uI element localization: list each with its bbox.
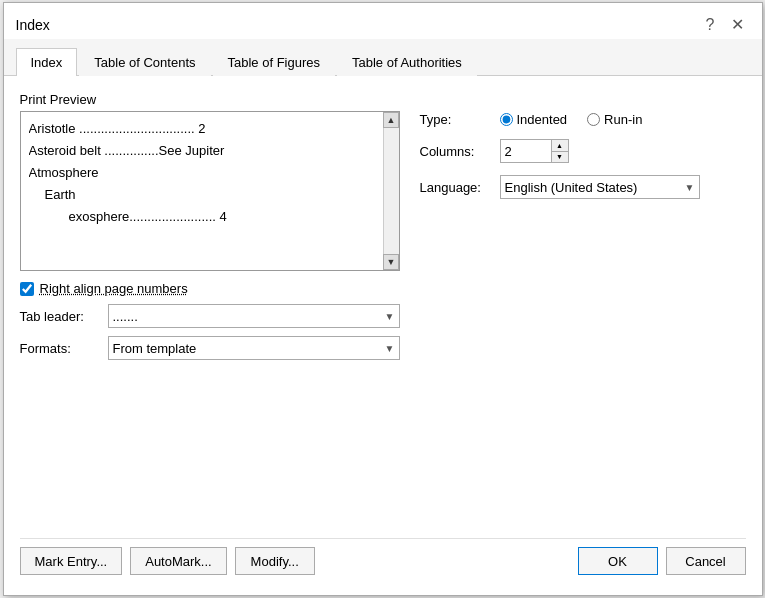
columns-row: Columns: ▲ ▼	[420, 139, 746, 163]
print-preview-label: Print Preview	[20, 92, 400, 107]
scroll-up-button[interactable]: ▲	[383, 112, 399, 128]
language-label: Language:	[420, 180, 490, 195]
tab-index[interactable]: Index	[16, 48, 78, 76]
tab-leader-arrow-icon: ▼	[385, 311, 395, 322]
left-bottom-buttons: Mark Entry... AutoMark... Modify...	[20, 547, 315, 575]
tab-tof[interactable]: Table of Figures	[213, 48, 336, 76]
right-align-label[interactable]: Right align page numbers	[40, 281, 188, 296]
spinner-up-button[interactable]: ▲	[552, 140, 568, 151]
scrollbar: ▲ ▼	[383, 112, 399, 270]
formats-label: Formats:	[20, 341, 100, 356]
spinner-down-button[interactable]: ▼	[552, 151, 568, 163]
tabs-bar: Index Table of Contents Table of Figures…	[4, 39, 762, 76]
right-align-checkbox-row: Right align page numbers	[20, 281, 400, 296]
run-in-label: Run-in	[604, 112, 642, 127]
columns-label: Columns:	[420, 144, 490, 159]
scroll-down-button[interactable]: ▼	[383, 254, 399, 270]
language-dropdown[interactable]: English (United States) ▼	[500, 175, 700, 199]
preview-line-3: Atmosphere	[29, 162, 391, 184]
tab-leader-row: Tab leader: ....... ▼	[20, 304, 400, 328]
language-row: Language: English (United States) ▼	[420, 175, 746, 199]
formats-dropdown[interactable]: From template ▼	[108, 336, 400, 360]
title-bar: Index ? ✕	[4, 3, 762, 39]
dialog-title: Index	[16, 17, 50, 33]
tab-toc[interactable]: Table of Contents	[79, 48, 210, 76]
tab-leader-label: Tab leader:	[20, 309, 100, 324]
preview-content: Aristotle ..............................…	[21, 112, 399, 234]
title-bar-controls: ? ✕	[700, 15, 750, 35]
formats-row: Formats: From template ▼	[20, 336, 400, 360]
help-button[interactable]: ?	[700, 15, 721, 35]
right-align-checkbox[interactable]	[20, 282, 34, 296]
automark-button[interactable]: AutoMark...	[130, 547, 226, 575]
cancel-button[interactable]: Cancel	[666, 547, 746, 575]
top-section: Print Preview Aristotle ................…	[20, 92, 746, 526]
formats-arrow-icon: ▼	[385, 343, 395, 354]
tab-leader-value: .......	[113, 309, 138, 324]
type-label: Type:	[420, 112, 490, 127]
index-dialog: Index ? ✕ Index Table of Contents Table …	[3, 2, 763, 596]
type-radio-group: Indented Run-in	[500, 112, 643, 127]
mark-entry-button[interactable]: Mark Entry...	[20, 547, 123, 575]
preview-box: Aristotle ..............................…	[20, 111, 400, 271]
indented-radio[interactable]	[500, 113, 513, 126]
preview-line-2: Asteroid belt ...............See Jupiter	[29, 140, 391, 162]
left-panel: Print Preview Aristotle ................…	[20, 92, 400, 526]
tab-leader-dropdown[interactable]: ....... ▼	[108, 304, 400, 328]
modify-button[interactable]: Modify...	[235, 547, 315, 575]
preview-line-1: Aristotle ..............................…	[29, 118, 391, 140]
indented-label: Indented	[517, 112, 568, 127]
columns-input[interactable]	[501, 140, 551, 162]
right-panel: Type: Indented Run-in Columns:	[420, 92, 746, 526]
formats-value: From template	[113, 341, 197, 356]
title-bar-left: Index	[16, 17, 50, 33]
close-button[interactable]: ✕	[725, 15, 750, 35]
tab-toa[interactable]: Table of Authorities	[337, 48, 477, 76]
spinner-buttons: ▲ ▼	[551, 140, 568, 162]
preview-line-5: exosphere........................ 4	[69, 206, 391, 228]
columns-input-group: ▲ ▼	[500, 139, 569, 163]
type-row: Type: Indented Run-in	[420, 112, 746, 127]
bottom-buttons: Mark Entry... AutoMark... Modify... OK C…	[20, 538, 746, 579]
form-rows: Tab leader: ....... ▼ Formats: From temp…	[20, 304, 400, 360]
run-in-option[interactable]: Run-in	[587, 112, 642, 127]
run-in-radio[interactable]	[587, 113, 600, 126]
ok-button[interactable]: OK	[578, 547, 658, 575]
dialog-body: Print Preview Aristotle ................…	[4, 76, 762, 595]
scroll-track	[384, 128, 399, 254]
preview-line-4: Earth	[45, 184, 391, 206]
language-arrow-icon: ▼	[685, 182, 695, 193]
language-value: English (United States)	[505, 180, 638, 195]
indented-option[interactable]: Indented	[500, 112, 568, 127]
right-bottom-buttons: OK Cancel	[578, 547, 746, 575]
